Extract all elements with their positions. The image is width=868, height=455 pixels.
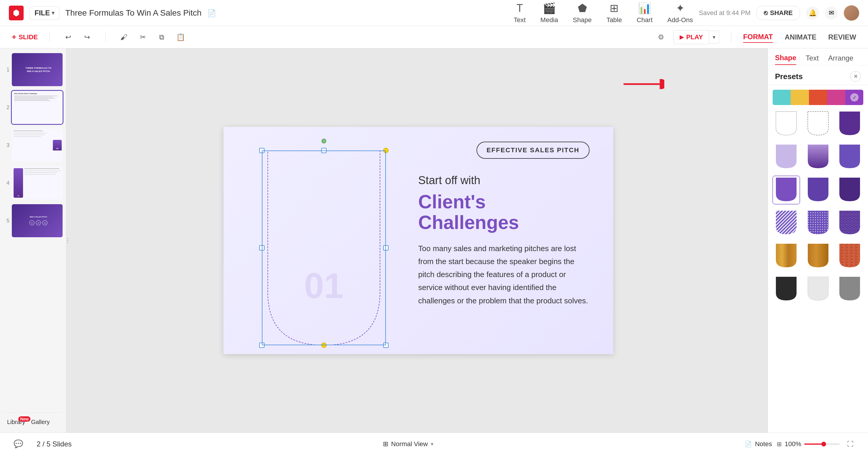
preset-plain-white[interactable] [773,110,800,138]
settings-button[interactable]: ⚙ [655,31,668,44]
resize-dots [67,238,68,243]
file-menu-button[interactable]: FILE ▾ [30,6,59,20]
topbar: FILE ▾ Three Formulas To Win A Sales Pit… [0,0,868,26]
play-controls: ▶ PLAY ▾ [674,30,719,44]
play-label: PLAY [686,33,703,41]
preset-wood2[interactable] [805,242,832,270]
media-icon: 🎬 [542,2,556,14]
preset-dashed-white[interactable] [805,110,832,138]
table-tool[interactable]: ⊞ Table [607,2,622,24]
saved-status: Saved at 9:44 PM [699,9,750,17]
preset-light-gray[interactable] [805,275,832,303]
preset-solid-dark-purple[interactable] [836,110,863,138]
preset-mid-gray[interactable] [836,275,863,303]
addons-tool[interactable]: ✦ Add-Ons [667,2,693,24]
app-logo[interactable] [9,6,24,20]
redo-button[interactable]: ↪ [81,31,94,44]
handle-middle-left[interactable] [259,245,265,251]
preset-chevron[interactable] [836,209,863,237]
messages-button[interactable]: ✉ [825,6,838,20]
copy-button[interactable]: ⧉ [155,31,168,44]
format-painter-button[interactable]: 🖌 [118,31,130,44]
tab-animate[interactable]: ANIMATE [785,32,817,42]
preset-brick[interactable] [836,242,863,270]
shape-tab-text[interactable]: Text [806,54,819,65]
shape-element[interactable]: 01 [262,151,386,345]
bottombar-right: 📄 Notes ⊞ 100% ⛶ [745,438,856,450]
play-dropdown-button[interactable]: ▾ [709,31,719,44]
tab-review[interactable]: REVIEW [828,32,856,42]
file-label: FILE [35,9,50,17]
fullscreen-button[interactable]: ⛶ [844,438,856,450]
undo-button[interactable]: ↩ [62,31,75,44]
media-tool[interactable]: 🎬 Media [540,2,558,24]
handle-top-center[interactable] [321,148,327,153]
color-strip[interactable]: ✓ [773,90,863,105]
envelope-icon: ✉ [829,9,834,17]
rotate-handle[interactable] [321,139,326,143]
handle-middle-right[interactable] [383,245,389,251]
chat-button[interactable]: 💬 [12,437,25,451]
view-chevron-icon: ▾ [431,441,433,447]
plus-icon: + [12,32,16,42]
view-icon: ⊞ [383,440,388,448]
user-avatar[interactable] [844,5,859,21]
preset-solid-purple[interactable] [836,143,863,171]
handle-top-right[interactable] [383,148,389,153]
slide-3-wrapper: 3 #02 [4,129,63,162]
tab-format[interactable]: FORMAT [743,32,773,43]
panel-resize-handle[interactable] [66,48,69,432]
paste-button[interactable]: 📋 [174,31,187,44]
preset-dark-purple2[interactable] [836,176,863,204]
slide-thumb-3[interactable]: #02 [12,129,63,162]
chart-label: Chart [637,16,652,24]
text-tool[interactable]: T Text [514,2,526,24]
notifications-button[interactable]: 🔔 [806,6,819,20]
toolbar2-left: + SLIDE ↩ ↪ 🖌 ✂ ⧉ 📋 [12,31,187,44]
share-button[interactable]: ⎋ SHARE [756,6,800,20]
library-button[interactable]: Library New [7,419,25,425]
cut-button[interactable]: ✂ [136,31,149,44]
preset-mid-purple1[interactable] [773,176,800,204]
handle-bottom-right[interactable] [383,343,389,348]
zoom-slider[interactable] [804,444,840,445]
slide-1-number: 1 [4,67,9,73]
preset-dark-gray[interactable] [773,275,800,303]
handle-bottom-left[interactable] [259,343,265,348]
play-icon: ▶ [680,34,684,40]
preset-mid-purple2[interactable] [805,176,832,204]
shape-tab-arrange[interactable]: Arrange [828,54,853,65]
normal-view-button[interactable]: ⊞ Normal View ▾ [377,438,439,450]
preset-light-purple[interactable] [773,143,800,171]
gallery-button[interactable]: Gallery [31,419,50,425]
add-slide-button[interactable]: + SLIDE [12,32,38,42]
zoom-percentage: 100% [785,440,801,448]
shape-tab-shape[interactable]: Shape [775,54,796,65]
preset-dot[interactable] [805,209,832,237]
shape-tool[interactable]: ⬟ Shape [573,2,592,24]
slide-thumb-4[interactable]: #03 [12,166,63,199]
color-teal[interactable] [773,90,790,105]
color-orange-red[interactable] [809,90,827,105]
chart-tool[interactable]: 📊 Chart [637,2,652,24]
preset-stripe[interactable] [773,209,800,237]
notes-button[interactable]: 📄 Notes [745,440,772,448]
handle-bottom-center[interactable] [321,343,327,348]
canvas-area[interactable]: EFFECTIVE SALES PITCH Start off with Cli… [69,48,768,432]
separator-1 [50,32,50,42]
main-area: 1 THREE FORMULAS TOWIN A SALES PITCH 2 S… [0,48,868,432]
bottombar: 💬 2 / 5 Slides ⊞ Normal View ▾ 📄 Notes ⊞… [0,432,868,455]
color-yellow[interactable] [790,90,809,105]
color-pink[interactable] [827,90,845,105]
right-panel: Shape Text Arrange Presets ✕ ✓ [768,48,868,432]
play-button[interactable]: ▶ PLAY [674,30,709,44]
handle-top-left[interactable] [259,148,265,153]
slide-thumb-5[interactable]: WIN A SALES PITCH #01 #02 #03 [12,204,63,237]
slide-thumb-2[interactable]: Start off with Client's Challenges [12,91,63,124]
preset-wood1[interactable] [773,242,800,270]
slide-thumb-1[interactable]: THREE FORMULAS TOWIN A SALES PITCH [12,53,63,86]
zoom-thumb[interactable] [822,442,826,447]
preset-grad-purple[interactable] [805,143,832,171]
document-title: Three Formulas To Win A Sales Pitch 📄 [65,8,508,18]
presets-close-button[interactable]: ✕ [850,71,861,82]
